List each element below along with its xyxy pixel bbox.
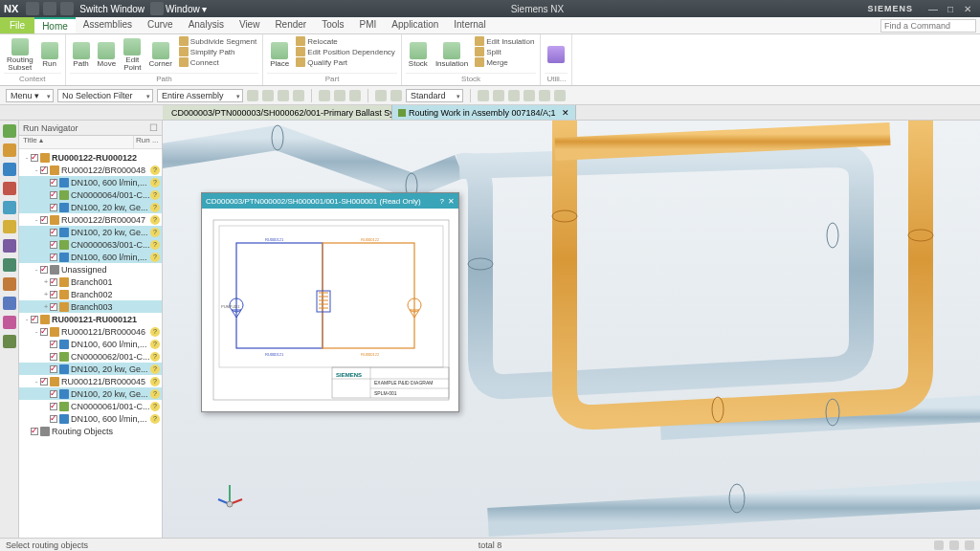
titlebar-icon[interactable] xyxy=(60,2,74,15)
ribbon-subdivide-segment-button[interactable]: Subdivide Segment xyxy=(177,36,258,46)
tree-row[interactable]: DN100, 20 kw, Ge...? xyxy=(19,363,162,375)
view-triad[interactable] xyxy=(215,480,244,509)
document-tab[interactable]: CD000003/PTN000003/SH000062/001-Primary … xyxy=(163,105,392,120)
side-tool-icon[interactable] xyxy=(3,316,16,329)
tree-row[interactable]: DN100, 600 l/min,...? xyxy=(19,176,162,188)
quickbar-icon[interactable] xyxy=(539,90,550,101)
tree-row[interactable]: +Branch001 xyxy=(19,276,162,288)
tree-row[interactable]: -RU000122/BR000047? xyxy=(19,213,162,226)
tree-row[interactable]: -RU000121/BR000046? xyxy=(19,325,162,338)
tree-row[interactable]: -RU000121-RU000121 xyxy=(19,313,162,325)
window-icon[interactable] xyxy=(150,2,164,15)
ribbon-edit-point-button[interactable]: Edit Point xyxy=(121,36,144,73)
side-tool-icon[interactable] xyxy=(3,201,16,214)
window-menu[interactable]: Window ▾ xyxy=(166,4,207,14)
ribbon-insulation-button[interactable]: Insulation xyxy=(433,36,471,73)
menu-tab-pmi[interactable]: PMI xyxy=(352,17,385,33)
navigator-close-icon[interactable]: ☐ xyxy=(149,122,158,133)
ribbon-path-button[interactable]: Path xyxy=(70,36,93,73)
side-tool-icon[interactable] xyxy=(3,182,16,195)
quickbar-icon[interactable] xyxy=(293,90,304,101)
file-menu[interactable]: File xyxy=(0,17,34,33)
quickbar-icon[interactable] xyxy=(349,90,361,101)
tree-row[interactable]: -Unassigned xyxy=(19,263,162,276)
viewport-3d[interactable]: CD000003/PTN000002/SH000001/001-SH000001… xyxy=(163,121,980,538)
ribbon-edit-position-dependency-button[interactable]: Edit Position Dependency xyxy=(294,47,397,56)
quickbar-icon[interactable] xyxy=(319,90,330,101)
side-tool-icon[interactable] xyxy=(3,220,16,233)
menu-tab-application[interactable]: Application xyxy=(384,17,446,33)
ribbon-simplify-path-button[interactable]: Simplify Path xyxy=(177,47,258,56)
pid-window[interactable]: CD000003/PTN000002/SH000001/001-SH000001… xyxy=(201,192,459,412)
tree-row[interactable]: CN0000063/001-C...? xyxy=(19,238,162,251)
pid-titlebar[interactable]: CD000003/PTN000002/SH000001/001-SH000001… xyxy=(202,193,458,209)
side-tool-icon[interactable] xyxy=(3,258,16,272)
tree-row[interactable]: +Branch003 xyxy=(19,300,162,313)
ribbon-edit-insulation-button[interactable]: Edit Insulation xyxy=(473,36,536,46)
ribbon-qualify-part-button[interactable]: Qualify Part xyxy=(294,57,397,67)
ribbon-corner-button[interactable]: Corner xyxy=(145,36,174,73)
tree-row[interactable]: CN0000064/001-C...? xyxy=(19,188,162,201)
standard-dropdown[interactable]: Standard xyxy=(406,89,463,102)
ribbon-run-button[interactable]: Run xyxy=(38,36,61,73)
tree-row[interactable]: DN100, 20 kw, Ge...? xyxy=(19,226,162,238)
switch-window-menu[interactable]: Switch Window xyxy=(79,4,145,14)
tab-close-icon[interactable]: ✕ xyxy=(562,108,569,118)
quickbar-icon[interactable] xyxy=(247,90,258,101)
menu-tab-tools[interactable]: Tools xyxy=(314,17,351,33)
command-search-input[interactable] xyxy=(880,19,976,33)
tree-row[interactable]: -RU000122/BR000048? xyxy=(19,164,162,176)
tree-row[interactable]: -RU000122-RU000122 xyxy=(19,151,162,164)
ribbon-relocate-button[interactable]: Relocate xyxy=(294,36,397,46)
quickbar-icon[interactable] xyxy=(478,90,489,101)
ribbon-move-button[interactable]: Move xyxy=(95,36,120,73)
menu-tab-home[interactable]: Home xyxy=(34,17,76,33)
menu-tab-internal[interactable]: Internal xyxy=(446,17,493,33)
menu-tab-analysis[interactable]: Analysis xyxy=(181,17,232,33)
tree-row[interactable]: CN0000062/001-C...? xyxy=(19,350,162,363)
pid-close-icon[interactable]: ✕ xyxy=(448,197,455,206)
tree-row[interactable]: DN100, 20 kw, Ge...? xyxy=(19,387,162,400)
menu-dropdown[interactable]: Menu ▾ xyxy=(6,89,54,102)
side-tool-icon[interactable] xyxy=(3,124,16,138)
quickbar-icon[interactable] xyxy=(390,90,402,101)
tree-row[interactable]: DN100, 600 l/min,...? xyxy=(19,338,162,350)
tree-row[interactable]: -RU000121/BR000045? xyxy=(19,375,162,387)
quickbar-icon[interactable] xyxy=(262,90,274,101)
tree-row[interactable]: CN0000061/001-C...? xyxy=(19,400,162,412)
assembly-dropdown[interactable]: Entire Assembly xyxy=(157,89,243,102)
ribbon-split-button[interactable]: Split xyxy=(473,47,536,56)
ribbon-utilities-button[interactable] xyxy=(545,36,568,73)
quickbar-icon[interactable] xyxy=(508,90,520,101)
selection-filter-dropdown[interactable]: No Selection Filter xyxy=(57,89,153,102)
side-tool-icon[interactable] xyxy=(3,335,16,348)
menu-tab-render[interactable]: Render xyxy=(267,17,314,33)
quickbar-icon[interactable] xyxy=(523,90,535,101)
menu-tab-curve[interactable]: Curve xyxy=(140,17,181,33)
ribbon-connect-button[interactable]: Connect xyxy=(177,57,258,67)
quickbar-icon[interactable] xyxy=(278,90,289,101)
status-icon[interactable] xyxy=(965,540,974,550)
side-tool-icon[interactable] xyxy=(3,277,16,291)
close-icon[interactable]: ✕ xyxy=(959,4,976,14)
side-tool-icon[interactable] xyxy=(3,239,16,253)
status-icon[interactable] xyxy=(934,540,944,550)
status-icon[interactable] xyxy=(949,540,959,550)
pid-help-icon[interactable]: ? xyxy=(440,197,444,206)
maximize-icon[interactable]: □ xyxy=(942,4,959,14)
quickbar-icon[interactable] xyxy=(375,90,387,101)
quickbar-icon[interactable] xyxy=(554,90,566,101)
tree-row[interactable]: +Branch002 xyxy=(19,288,162,300)
ribbon-routing-subset-button[interactable]: Routing Subset xyxy=(4,36,36,73)
ribbon-place-button[interactable]: Place xyxy=(267,36,292,73)
quickbar-icon[interactable] xyxy=(334,90,345,101)
tree-row[interactable]: Routing Objects xyxy=(19,425,162,437)
ribbon-stock-button[interactable]: Stock xyxy=(406,36,431,73)
nav-col-run[interactable]: Run ... xyxy=(133,136,162,148)
titlebar-icon[interactable] xyxy=(26,2,39,15)
titlebar-icon[interactable] xyxy=(43,2,56,15)
tree-row[interactable]: DN100, 600 l/min,...? xyxy=(19,251,162,263)
ribbon-merge-button[interactable]: Merge xyxy=(473,57,536,67)
menu-tab-view[interactable]: View xyxy=(232,17,268,33)
tree-row[interactable]: DN100, 600 l/min,...? xyxy=(19,412,162,425)
